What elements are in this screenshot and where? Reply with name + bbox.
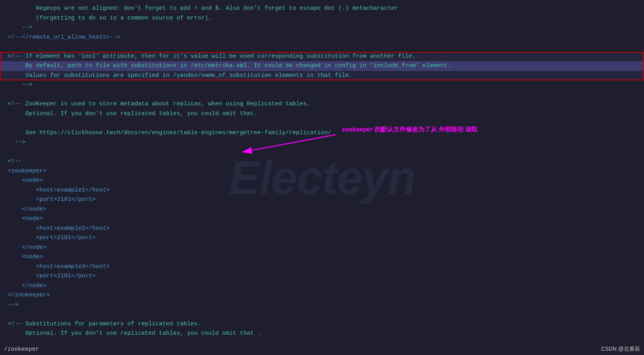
code-line-31: </zookeeper> xyxy=(0,291,644,300)
code-line-24: <host>example2</host> xyxy=(0,224,644,234)
code-line-22: </node> xyxy=(0,205,644,215)
code-line-23: <node> xyxy=(0,214,644,224)
code-line-29: <port>2181</port> xyxy=(0,272,644,281)
code-line-7: By default, path to file with substituti… xyxy=(0,61,644,71)
code-line-6: <!-- If element has 'incl' attribute, th… xyxy=(0,52,644,62)
code-line-blank2 xyxy=(0,90,644,100)
code-line-27: <node> xyxy=(0,252,644,262)
code-line-35: Optional. If you don't use replicated ta… xyxy=(0,329,644,339)
code-line-30: </node> xyxy=(0,281,644,291)
code-line-2: (forgetting to do so is a common source … xyxy=(0,14,644,23)
code-line-19: <node> xyxy=(0,176,644,186)
code-line-28: <host>example3</host> xyxy=(0,262,644,272)
code-line-blank4 xyxy=(0,147,644,157)
highlighted-section: <!-- If element has 'incl' attribute, th… xyxy=(0,52,644,81)
code-line-12: Optional. If you don't use replicated ta… xyxy=(0,109,644,119)
code-line-9: --> xyxy=(0,80,644,90)
status-path: /zookeeper xyxy=(4,346,39,353)
code-line-34: <!-- Substitutions for parameters of rep… xyxy=(0,320,644,329)
code-line-14: See https://clickhouse.tech/docs/en/engi… xyxy=(0,128,644,138)
code-line-4: <!--</remote_url_allow_hosts>--> xyxy=(0,33,644,43)
code-line-32: --> xyxy=(0,300,644,310)
code-line-blank3 xyxy=(0,119,644,128)
code-line-8: Values for substitutions are specified i… xyxy=(0,71,644,81)
status-left: /zookeeper xyxy=(4,346,43,353)
code-editor: Electeyn Regexps are not aligned: don't … xyxy=(0,0,644,355)
code-line-21: <port>2181</port> xyxy=(0,195,644,205)
status-right: CSDN @北慕辰 xyxy=(601,346,640,353)
status-bar: /zookeeper CSDN @北慕辰 xyxy=(0,343,644,355)
code-line-3: --> xyxy=(0,23,644,33)
code-line-18: <zookeeper> xyxy=(0,167,644,176)
code-line-26: </node> xyxy=(0,243,644,253)
code-line-11: <!-- ZooKeeper is used to store metadata… xyxy=(0,99,644,109)
code-line-20: <host>example1</host> xyxy=(0,186,644,195)
code-content: Regexps are not aligned: don't forget to… xyxy=(0,4,644,339)
code-line-15: --> xyxy=(0,138,644,147)
code-line-17: <!-- xyxy=(0,157,644,167)
code-line-25: <port>2181</port> xyxy=(0,233,644,243)
code-line-blank1 xyxy=(0,42,644,52)
code-line-1: Regexps are not aligned: don't forget to… xyxy=(0,4,644,14)
code-line-blank5 xyxy=(0,310,644,320)
